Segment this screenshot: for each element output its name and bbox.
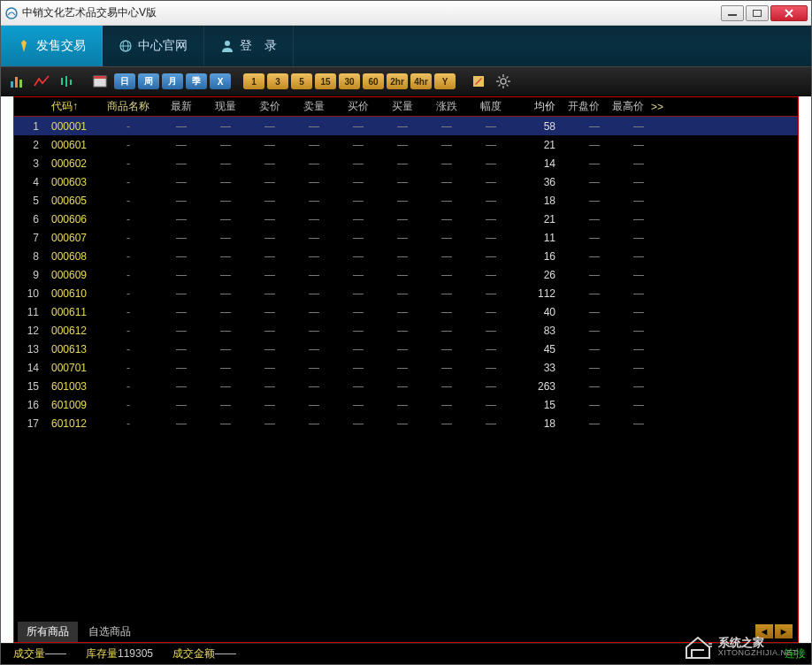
svg-point-16 (501, 79, 506, 84)
period-badge-3[interactable]: 3 (267, 73, 288, 89)
time-badge-日[interactable]: 日 (114, 73, 135, 89)
time-badge-月[interactable]: 月 (162, 73, 183, 89)
app-window: 中销文化艺术品交易中心V版 发售交易中心官网登 录 日周月季X 13515306… (0, 0, 812, 665)
period-badge-15[interactable]: 15 (315, 73, 336, 89)
svg-rect-7 (11, 81, 13, 88)
table-row[interactable]: 9000609-————————26—— (14, 265, 798, 284)
table-row[interactable]: 14000701-————————33—— (14, 358, 798, 377)
main-tab-0[interactable]: 发售交易 (1, 26, 103, 66)
column-header[interactable]: 涨跌 (428, 99, 472, 114)
maximize-button[interactable] (746, 5, 769, 21)
table-row[interactable]: 8000608-————————16—— (14, 247, 798, 265)
period-badge-4hr[interactable]: 4hr (410, 73, 432, 89)
table-row[interactable]: 17601012-————————18—— (14, 414, 798, 432)
gear-icon[interactable] (493, 72, 514, 91)
candlestick-icon[interactable] (56, 72, 77, 91)
time-badge-季[interactable]: 季 (186, 73, 207, 89)
table-row[interactable]: 11000611-————————40—— (14, 302, 798, 321)
period-badge-Y[interactable]: Y (434, 73, 456, 89)
page-next-button[interactable]: ► (775, 624, 793, 638)
titlebar[interactable]: 中销文化艺术品交易中心V版 (1, 1, 811, 26)
status-amount: 成交金额—— (172, 646, 236, 661)
lower-tabs: 所有商品自选商品 ◄ ► (14, 621, 798, 642)
column-header[interactable]: 买价 (340, 99, 384, 114)
calendar-icon[interactable] (89, 72, 111, 91)
edit-icon[interactable] (468, 72, 489, 91)
tab-label: 中心官网 (138, 38, 188, 54)
column-header[interactable]: 现量 (207, 99, 251, 114)
table-row[interactable]: 2000601-————————21—— (14, 135, 798, 154)
period-badge-1[interactable]: 1 (243, 73, 264, 89)
table-row[interactable]: 13000613-————————45—— (14, 340, 798, 358)
table-row[interactable]: 10000610-————————112—— (14, 284, 798, 302)
column-header[interactable]: 开盘价 (563, 99, 607, 114)
svg-line-24 (507, 77, 509, 79)
close-button[interactable] (770, 5, 808, 21)
connection-status: 连接 (785, 646, 806, 661)
status-volume: 成交量—— (13, 646, 66, 661)
lower-tab-0[interactable]: 所有商品 (18, 622, 78, 642)
time-badge-周[interactable]: 周 (138, 73, 159, 89)
main-tab-2[interactable]: 登 录 (204, 26, 294, 66)
svg-rect-8 (15, 77, 18, 88)
lower-tab-1[interactable]: 自选商品 (80, 622, 140, 642)
table-row[interactable]: 16601009-————————15—— (14, 395, 798, 414)
status-bar: 成交量—— 库存量119305 成交金额—— 连接 (1, 643, 811, 664)
period-badge-30[interactable]: 30 (339, 73, 360, 89)
grid-header: 代码↑商品名称最新现量卖价卖量买价买量涨跌幅度均价开盘价最高价>> (14, 97, 798, 117)
column-header[interactable]: 卖价 (251, 99, 295, 114)
column-header[interactable]: 最高价 (607, 99, 651, 114)
svg-line-21 (499, 77, 501, 79)
table-row[interactable]: 6000606-————————21—— (14, 210, 798, 228)
column-header[interactable]: 卖量 (295, 99, 340, 114)
svg-point-6 (225, 41, 230, 46)
column-header[interactable]: 幅度 (472, 99, 517, 114)
page-prev-button[interactable]: ◄ (755, 624, 773, 638)
time-badge-X[interactable]: X (210, 73, 231, 89)
toolbar: 日周月季X 1351530602hr4hrY (1, 66, 811, 96)
column-header[interactable]: 商品名称 (101, 99, 163, 114)
svg-line-23 (499, 85, 501, 87)
status-inventory: 库存量119305 (86, 646, 153, 661)
app-icon (4, 6, 19, 20)
svg-rect-2 (754, 10, 762, 16)
column-header[interactable]: 均价 (517, 99, 563, 114)
bar-chart-icon[interactable] (6, 72, 27, 91)
svg-rect-9 (19, 80, 22, 88)
svg-point-0 (6, 8, 17, 19)
svg-rect-12 (70, 80, 72, 85)
svg-rect-10 (61, 78, 63, 85)
column-header[interactable]: 最新 (163, 99, 207, 114)
table-row[interactable]: 1000001-————————58—— (14, 117, 798, 135)
svg-line-22 (507, 85, 509, 87)
svg-rect-11 (65, 76, 67, 87)
data-grid: 代码↑商品名称最新现量卖价卖量买价买量涨跌幅度均价开盘价最高价>> 100000… (13, 96, 799, 643)
svg-rect-1 (728, 14, 737, 16)
tab-label: 发售交易 (36, 38, 86, 54)
svg-rect-14 (94, 76, 106, 79)
table-row[interactable]: 7000607-————————11—— (14, 228, 798, 247)
grid-body[interactable]: 1000001-————————58——2000601-————————21——… (14, 117, 798, 621)
column-header[interactable]: >> (651, 101, 670, 113)
table-row[interactable]: 12000612-————————83—— (14, 321, 798, 340)
period-badge-5[interactable]: 5 (291, 73, 312, 89)
table-row[interactable]: 15601003-————————263—— (14, 377, 798, 395)
column-header[interactable]: 代码↑ (46, 99, 101, 114)
table-row[interactable]: 5000605-————————18—— (14, 191, 798, 210)
minimize-button[interactable] (721, 5, 744, 21)
column-header[interactable]: 买量 (384, 99, 428, 114)
tab-label: 登 录 (240, 38, 277, 54)
main-tabs: 发售交易中心官网登 录 (1, 26, 811, 66)
line-chart-icon[interactable] (31, 72, 52, 91)
main-tab-1[interactable]: 中心官网 (103, 26, 204, 66)
period-badge-2hr[interactable]: 2hr (387, 73, 408, 89)
table-row[interactable]: 4000603-————————36—— (14, 172, 798, 191)
period-badge-60[interactable]: 60 (363, 73, 384, 89)
window-title: 中销文化艺术品交易中心V版 (22, 5, 721, 20)
table-row[interactable]: 3000602-————————14—— (14, 154, 798, 172)
